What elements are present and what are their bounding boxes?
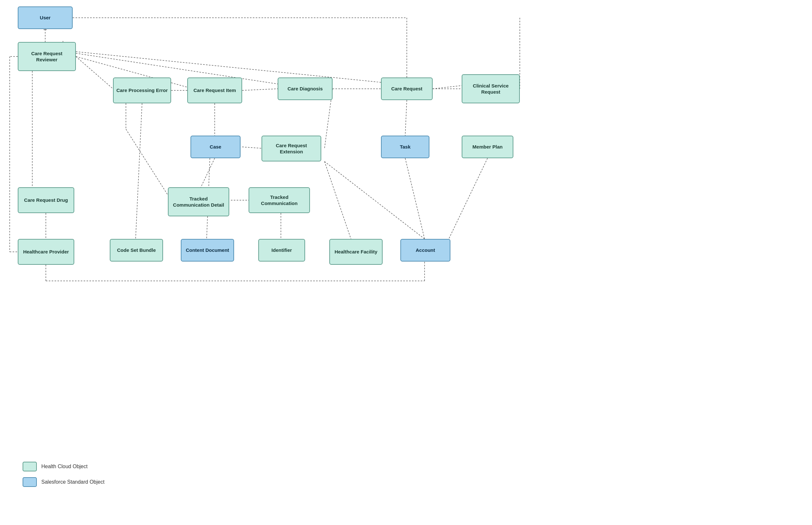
node-clinical-service-request-label: Clinical Service Request bbox=[465, 82, 516, 95]
node-care-request-item: Care Request Item bbox=[187, 77, 242, 103]
legend: Health Cloud Object Salesforce Standard … bbox=[22, 462, 105, 487]
node-content-document: Content Document bbox=[181, 239, 234, 261]
node-care-request-drug: Care Request Drug bbox=[18, 187, 74, 213]
node-healthcare-facility: Healthcare Facility bbox=[329, 239, 382, 265]
node-care-request-item-label: Care Request Item bbox=[193, 87, 236, 94]
node-member-plan-label: Member Plan bbox=[472, 144, 502, 150]
node-care-processing-error-label: Care Processing Error bbox=[116, 87, 168, 94]
node-user-label: User bbox=[40, 15, 50, 21]
node-tracked-communication-detail: Tracked Communication Detail bbox=[168, 187, 229, 216]
svg-line-17 bbox=[433, 86, 462, 89]
node-care-diagnosis: Care Diagnosis bbox=[278, 77, 333, 100]
node-care-request-drug-label: Care Request Drug bbox=[24, 197, 68, 204]
diagram-area: User Care Request Reviewer Care Processi… bbox=[0, 0, 812, 452]
node-tracked-communication-label: Tracked Communication bbox=[252, 194, 307, 207]
node-case: Case bbox=[191, 136, 241, 158]
node-tracked-communication-detail-label: Tracked Communication Detail bbox=[171, 196, 226, 208]
node-account: Account bbox=[400, 239, 450, 261]
node-code-set-bundle-label: Code Set Bundle bbox=[117, 247, 156, 253]
node-care-request-reviewer-label: Care Request Reviewer bbox=[21, 50, 73, 63]
node-identifier: Identifier bbox=[258, 239, 305, 261]
svg-line-33 bbox=[126, 129, 171, 200]
node-task: Task bbox=[381, 136, 430, 158]
legend-hc-label: Health Cloud Object bbox=[41, 464, 88, 469]
svg-line-9 bbox=[76, 53, 278, 84]
node-code-set-bundle: Code Set Bundle bbox=[110, 239, 163, 261]
node-care-processing-error: Care Processing Error bbox=[113, 77, 171, 103]
node-tracked-communication: Tracked Communication bbox=[249, 187, 310, 213]
node-task-label: Task bbox=[400, 144, 410, 150]
node-healthcare-provider: Healthcare Provider bbox=[18, 239, 74, 265]
legend-sf: Salesforce Standard Object bbox=[22, 477, 105, 487]
legend-sf-label: Salesforce Standard Object bbox=[41, 479, 105, 485]
node-account-label: Account bbox=[416, 247, 435, 253]
node-healthcare-facility-label: Healthcare Facility bbox=[334, 249, 377, 255]
legend-sf-box bbox=[22, 477, 37, 487]
svg-line-24 bbox=[325, 162, 424, 239]
node-content-document-label: Content Document bbox=[186, 247, 229, 253]
svg-line-23 bbox=[325, 162, 351, 239]
svg-line-19 bbox=[201, 158, 215, 187]
node-user: User bbox=[18, 6, 73, 29]
node-identifier-label: Identifier bbox=[272, 247, 292, 253]
node-care-request-extension: Care Request Extension bbox=[261, 136, 321, 162]
node-healthcare-provider-label: Healthcare Provider bbox=[23, 249, 69, 255]
node-care-request: Care Request bbox=[381, 77, 433, 100]
svg-line-13 bbox=[242, 89, 278, 90]
legend-hc: Health Cloud Object bbox=[22, 462, 105, 471]
connections-svg bbox=[0, 0, 812, 452]
legend-hc-box bbox=[22, 462, 37, 471]
node-care-diagnosis-label: Care Diagnosis bbox=[287, 86, 322, 92]
svg-line-16 bbox=[405, 100, 407, 136]
svg-line-7 bbox=[76, 57, 113, 89]
node-care-request-extension-label: Care Request Extension bbox=[265, 142, 318, 155]
svg-line-25 bbox=[405, 158, 424, 239]
node-clinical-service-request: Clinical Service Request bbox=[462, 74, 520, 103]
node-member-plan: Member Plan bbox=[462, 136, 513, 158]
svg-line-35 bbox=[449, 158, 487, 239]
node-case-label: Case bbox=[210, 144, 222, 150]
node-care-request-label: Care Request bbox=[391, 86, 423, 92]
svg-line-31 bbox=[136, 103, 142, 239]
node-care-request-reviewer: Care Request Reviewer bbox=[18, 42, 76, 71]
